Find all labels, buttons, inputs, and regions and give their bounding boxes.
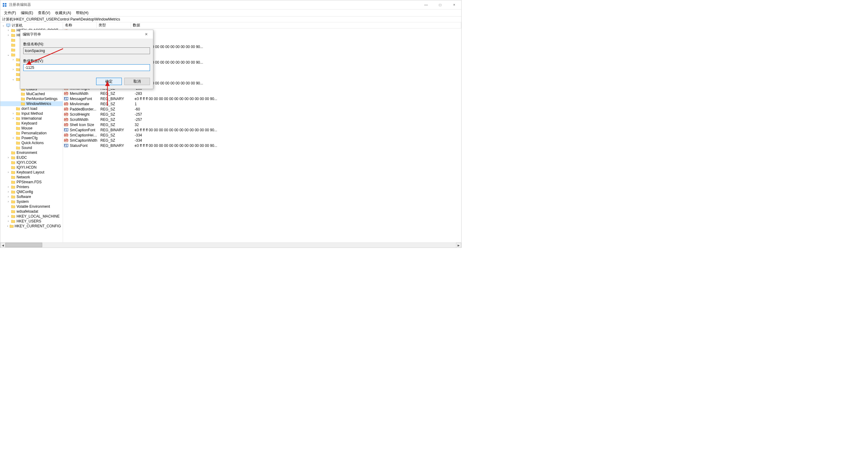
chevron-right-icon[interactable]: › [6, 189, 11, 194]
binary-value-icon: 011 [64, 96, 68, 101]
tree-node[interactable]: ›International [0, 116, 63, 121]
chevron-right-icon[interactable]: › [11, 57, 16, 62]
value-name: SmCaptionWidth [70, 138, 99, 143]
minimize-button[interactable]: — [419, 0, 433, 9]
menu-file[interactable]: 文件(F) [2, 10, 18, 16]
value-data: 1 [133, 102, 461, 106]
tree-node[interactable]: ›Printers [0, 185, 63, 189]
tree-node[interactable]: ·PerMonitorSettings [0, 96, 63, 101]
tree-node[interactable]: ›Keyboard Layout [0, 170, 63, 175]
chevron-right-icon[interactable]: › [11, 116, 16, 121]
column-name[interactable]: 名称 [63, 22, 97, 28]
menu-help[interactable]: 帮助(H) [73, 10, 91, 16]
scroll-left-arrow-icon[interactable]: ◀ [0, 243, 5, 248]
value-row[interactable]: abMinAnimateREG_SZ1 [63, 101, 461, 106]
dialog-titlebar[interactable]: 编辑字符串 ✕ [20, 30, 153, 38]
tree-node[interactable]: ·IQIYI.HCDN [0, 165, 63, 170]
tree-node[interactable]: ›HKEY_LOCAL_MACHINE [0, 214, 63, 219]
chevron-right-icon[interactable]: › [11, 67, 16, 72]
value-data: 00 00 00 00 00 00 00 00 00 00 00 00 90..… [133, 60, 461, 65]
chevron-right-icon[interactable]: › [6, 224, 9, 228]
scroll-track[interactable] [5, 243, 456, 248]
tree-node[interactable]: ›System [0, 199, 63, 204]
ok-button[interactable]: 确定 [96, 78, 122, 85]
svg-text:ab: ab [64, 92, 68, 95]
chevron-down-icon[interactable]: ⌄ [6, 52, 11, 57]
tree-node[interactable]: ·Network [0, 175, 63, 180]
value-row[interactable]: abShell Icon SizeREG_SZ32 [63, 122, 461, 127]
column-type[interactable]: 类型 [97, 22, 131, 28]
tree-node[interactable]: ·Mouse [0, 126, 63, 131]
value-row[interactable]: 011MessageFontREG_BINARYe3 ff ff ff 00 0… [63, 96, 461, 101]
dialog-close-button[interactable]: ✕ [142, 30, 151, 38]
scroll-thumb[interactable] [5, 243, 42, 247]
tree-node[interactable]: ·don't load [0, 106, 63, 111]
tree-node[interactable]: ·Personalization [0, 131, 63, 135]
tree-node[interactable]: ·IQIYI.COOK [0, 160, 63, 165]
value-data-input[interactable] [23, 64, 150, 71]
scroll-right-arrow-icon[interactable]: ▶ [456, 243, 461, 248]
value-row[interactable]: 011StatusFontREG_BINARYe3 ff ff ff 00 00… [63, 143, 461, 148]
value-data: -283 [133, 92, 461, 96]
value-row[interactable]: 011SmCaptionFontREG_BINARYe3 ff ff ff 00… [63, 127, 461, 132]
address-text: 计算机\HKEY_CURRENT_USER\Control Panel\Desk… [2, 17, 120, 22]
chevron-right-icon[interactable]: › [6, 28, 11, 33]
tree-node[interactable]: ·wdsafeloadat [0, 209, 63, 214]
menu-favorites[interactable]: 收藏夹(A) [53, 10, 73, 16]
tree-node-label: WindowMetrics [26, 101, 51, 106]
chevron-right-icon[interactable]: › [6, 199, 11, 204]
chevron-right-icon[interactable]: › [6, 33, 11, 38]
chevron-down-icon[interactable]: ⌄ [11, 77, 16, 82]
chevron-right-icon[interactable]: › [6, 155, 11, 160]
tree-node[interactable]: ·Keyboard [0, 121, 63, 126]
chevron-down-icon[interactable]: ⌄ [1, 23, 6, 28]
tree-node-label: IQIYI.COOK [17, 160, 37, 165]
folder-icon [21, 102, 25, 106]
chevron-right-icon[interactable]: › [6, 219, 11, 224]
tree-node[interactable]: ›QMConfig [0, 189, 63, 194]
horizontal-scrollbar[interactable]: ◀ ▶ [0, 242, 461, 248]
tree-node[interactable]: ›PowerCfg [0, 135, 63, 141]
chevron-right-icon[interactable]: › [6, 185, 11, 189]
svg-text:ab: ab [64, 102, 68, 106]
value-name-input[interactable] [23, 48, 150, 54]
titlebar[interactable]: 注册表编辑器 — □ × [0, 0, 461, 9]
tree-node[interactable]: ›HKEY_CURRENT_CONFIG [0, 224, 63, 228]
value-row[interactable]: abPaddedBorder...REG_SZ-60 [63, 106, 461, 112]
value-data: (168) [133, 34, 461, 38]
tree-node[interactable]: ·PPStream.FDS [0, 180, 63, 185]
column-data[interactable]: 数据 [131, 22, 461, 28]
close-button[interactable]: × [447, 0, 461, 9]
value-row[interactable]: abScrollHeightREG_SZ-257 [63, 112, 461, 117]
tree-node[interactable]: ·MuiCached [0, 92, 63, 96]
tree-node[interactable]: ·WindowMetrics [0, 101, 63, 106]
chevron-right-icon[interactable]: › [11, 111, 16, 116]
chevron-right-icon[interactable]: › [6, 214, 11, 219]
tree-node[interactable]: ·Quick Actions [0, 141, 63, 145]
chevron-right-icon[interactable]: › [6, 170, 11, 175]
address-bar[interactable]: 计算机\HKEY_CURRENT_USER\Control Panel\Desk… [0, 16, 461, 22]
tree-node[interactable]: ·Sound [0, 145, 63, 150]
menu-edit[interactable]: 编辑(E) [18, 10, 35, 16]
value-row[interactable]: abSmCaptionWidthREG_SZ-334 [63, 138, 461, 143]
tree-node[interactable]: ·Volatile Environment [0, 204, 63, 209]
tree-node-label: QMConfig [17, 189, 33, 194]
value-type: REG_SZ [99, 123, 133, 127]
tree-node[interactable]: ›Input Method [0, 111, 63, 116]
tree-node[interactable]: ›Software [0, 194, 63, 199]
cancel-button[interactable]: 取消 [124, 78, 150, 85]
chevron-right-icon[interactable]: › [11, 135, 16, 141]
value-type: REG_SZ [99, 133, 133, 137]
tree-node[interactable]: ·Environment [0, 150, 63, 155]
value-row[interactable]: abSmCaptionHeig...REG_SZ-334 [63, 132, 461, 138]
value-row[interactable]: abMenuWidthREG_SZ-283 [63, 91, 461, 96]
tree-node[interactable]: ⌄计算机 [0, 23, 63, 28]
tree-node[interactable]: ›HKEY_USERS [0, 219, 63, 224]
folder-icon [11, 53, 16, 57]
menu-view[interactable]: 查看(V) [35, 10, 53, 16]
maximize-button[interactable]: □ [433, 0, 447, 9]
tree-node[interactable]: ›EUDC [0, 155, 63, 160]
value-type: REG_BINARY [99, 144, 133, 148]
value-row[interactable]: abScrollWidthREG_SZ-257 [63, 117, 461, 122]
chevron-right-icon[interactable]: › [6, 194, 11, 199]
